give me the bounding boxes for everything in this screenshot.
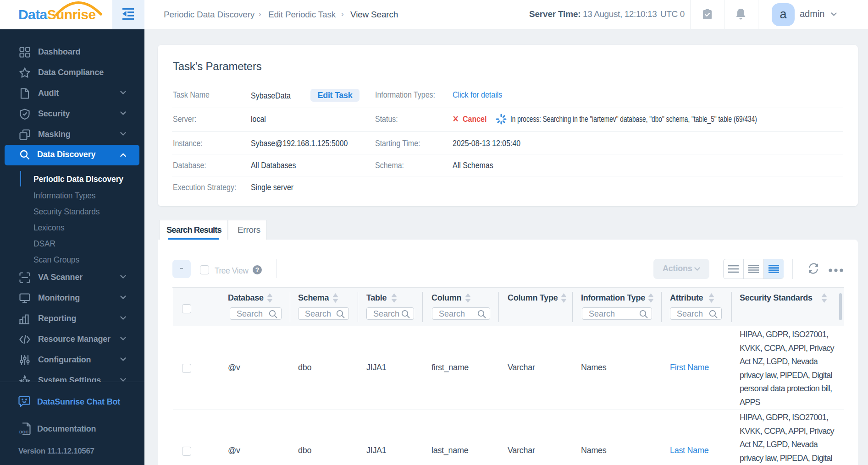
svg-text:DOC: DOC [19, 430, 29, 434]
